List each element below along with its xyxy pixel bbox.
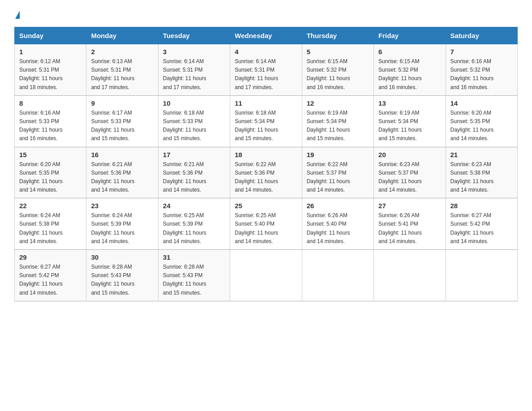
calendar-day-cell: 5Sunrise: 6:15 AMSunset: 5:32 PMDaylight… (302, 44, 373, 96)
day-of-week-header: Sunday (15, 27, 86, 44)
calendar-day-cell: 22Sunrise: 6:24 AMSunset: 5:38 PMDayligh… (15, 198, 86, 250)
calendar-day-cell: 23Sunrise: 6:24 AMSunset: 5:39 PMDayligh… (86, 198, 158, 250)
calendar-day-cell: 30Sunrise: 6:28 AMSunset: 5:43 PMDayligh… (86, 250, 158, 301)
day-number: 28 (450, 202, 513, 210)
day-of-week-header: Friday (374, 27, 446, 44)
calendar-header-row: SundayMondayTuesdayWednesdayThursdayFrid… (15, 27, 518, 44)
day-sun-info: Sunrise: 6:26 AMSunset: 5:40 PMDaylight:… (307, 211, 369, 246)
day-of-week-header: Saturday (446, 27, 517, 44)
calendar-day-cell: 14Sunrise: 6:20 AMSunset: 5:35 PMDayligh… (446, 95, 517, 147)
day-sun-info: Sunrise: 6:25 AMSunset: 5:39 PMDaylight:… (163, 211, 225, 246)
day-number: 3 (163, 48, 225, 56)
calendar-week-row: 22Sunrise: 6:24 AMSunset: 5:38 PMDayligh… (15, 198, 518, 250)
day-sun-info: Sunrise: 6:24 AMSunset: 5:39 PMDaylight:… (91, 211, 153, 246)
day-sun-info: Sunrise: 6:23 AMSunset: 5:38 PMDaylight:… (450, 160, 513, 195)
calendar-day-cell: 29Sunrise: 6:27 AMSunset: 5:42 PMDayligh… (15, 250, 86, 301)
day-sun-info: Sunrise: 6:18 AMSunset: 5:34 PMDaylight:… (235, 109, 297, 143)
day-sun-info: Sunrise: 6:14 AMSunset: 5:31 PMDaylight:… (235, 57, 297, 92)
day-sun-info: Sunrise: 6:26 AMSunset: 5:41 PMDaylight:… (378, 211, 441, 246)
day-number: 8 (19, 99, 82, 107)
day-sun-info: Sunrise: 6:20 AMSunset: 5:35 PMDaylight:… (450, 109, 513, 143)
day-number: 7 (450, 48, 513, 56)
day-number: 21 (450, 151, 513, 158)
calendar-day-cell: 4Sunrise: 6:14 AMSunset: 5:31 PMDaylight… (230, 44, 302, 96)
day-number: 6 (378, 48, 441, 56)
calendar-week-row: 15Sunrise: 6:20 AMSunset: 5:35 PMDayligh… (15, 147, 518, 198)
calendar-week-row: 1Sunrise: 6:12 AMSunset: 5:31 PMDaylight… (15, 44, 518, 96)
day-sun-info: Sunrise: 6:19 AMSunset: 5:34 PMDaylight:… (378, 109, 441, 143)
day-sun-info: Sunrise: 6:27 AMSunset: 5:42 PMDaylight:… (450, 211, 513, 246)
calendar-day-cell: 8Sunrise: 6:16 AMSunset: 5:33 PMDaylight… (15, 95, 86, 147)
day-sun-info: Sunrise: 6:20 AMSunset: 5:35 PMDaylight:… (19, 160, 82, 195)
day-number: 2 (91, 48, 153, 56)
day-number: 30 (91, 253, 153, 261)
calendar-day-cell: 21Sunrise: 6:23 AMSunset: 5:38 PMDayligh… (446, 147, 517, 198)
calendar-day-cell: 3Sunrise: 6:14 AMSunset: 5:31 PMDaylight… (158, 44, 230, 96)
day-sun-info: Sunrise: 6:15 AMSunset: 5:32 PMDaylight:… (307, 57, 369, 92)
day-number: 29 (19, 253, 82, 261)
day-number: 13 (378, 99, 441, 107)
logo-triangle-icon (15, 11, 20, 19)
calendar-week-row: 8Sunrise: 6:16 AMSunset: 5:33 PMDaylight… (15, 95, 518, 147)
day-number: 17 (163, 151, 225, 158)
day-number: 27 (378, 202, 441, 210)
day-of-week-header: Tuesday (158, 27, 230, 44)
calendar-day-cell: 10Sunrise: 6:18 AMSunset: 5:33 PMDayligh… (158, 95, 230, 147)
day-number: 22 (19, 202, 82, 210)
day-sun-info: Sunrise: 6:22 AMSunset: 5:36 PMDaylight:… (235, 160, 297, 195)
calendar-week-row: 29Sunrise: 6:27 AMSunset: 5:42 PMDayligh… (15, 250, 518, 301)
day-of-week-header: Monday (86, 27, 158, 44)
calendar-day-cell: 25Sunrise: 6:25 AMSunset: 5:40 PMDayligh… (230, 198, 302, 250)
day-number: 1 (19, 48, 82, 56)
calendar-day-cell: 17Sunrise: 6:21 AMSunset: 5:36 PMDayligh… (158, 147, 230, 198)
day-of-week-header: Wednesday (230, 27, 302, 44)
day-number: 9 (91, 99, 153, 107)
calendar-day-cell: 6Sunrise: 6:15 AMSunset: 5:32 PMDaylight… (374, 44, 446, 96)
calendar-day-cell: 18Sunrise: 6:22 AMSunset: 5:36 PMDayligh… (230, 147, 302, 198)
calendar-day-cell (374, 250, 446, 301)
calendar-day-cell (230, 250, 302, 301)
day-sun-info: Sunrise: 6:13 AMSunset: 5:31 PMDaylight:… (91, 57, 153, 92)
day-number: 26 (307, 202, 369, 210)
day-number: 5 (307, 48, 369, 56)
day-number: 20 (378, 151, 441, 158)
calendar-day-cell: 11Sunrise: 6:18 AMSunset: 5:34 PMDayligh… (230, 95, 302, 147)
calendar-day-cell: 16Sunrise: 6:21 AMSunset: 5:36 PMDayligh… (86, 147, 158, 198)
day-number: 4 (235, 48, 297, 56)
calendar-day-cell: 15Sunrise: 6:20 AMSunset: 5:35 PMDayligh… (15, 147, 86, 198)
day-number: 24 (163, 202, 225, 210)
day-sun-info: Sunrise: 6:17 AMSunset: 5:33 PMDaylight:… (91, 109, 153, 143)
day-sun-info: Sunrise: 6:23 AMSunset: 5:37 PMDaylight:… (378, 160, 441, 195)
calendar-day-cell: 20Sunrise: 6:23 AMSunset: 5:37 PMDayligh… (374, 147, 446, 198)
day-sun-info: Sunrise: 6:19 AMSunset: 5:34 PMDaylight:… (307, 109, 369, 143)
day-sun-info: Sunrise: 6:12 AMSunset: 5:31 PMDaylight:… (19, 57, 82, 92)
day-sun-info: Sunrise: 6:21 AMSunset: 5:36 PMDaylight:… (91, 160, 153, 195)
logo (14, 11, 21, 19)
day-sun-info: Sunrise: 6:27 AMSunset: 5:42 PMDaylight:… (19, 263, 82, 297)
day-number: 25 (235, 202, 297, 210)
calendar-day-cell: 9Sunrise: 6:17 AMSunset: 5:33 PMDaylight… (86, 95, 158, 147)
day-sun-info: Sunrise: 6:14 AMSunset: 5:31 PMDaylight:… (163, 57, 225, 92)
day-sun-info: Sunrise: 6:28 AMSunset: 5:43 PMDaylight:… (163, 263, 225, 297)
calendar-day-cell: 1Sunrise: 6:12 AMSunset: 5:31 PMDaylight… (15, 44, 86, 96)
day-sun-info: Sunrise: 6:16 AMSunset: 5:32 PMDaylight:… (450, 57, 513, 92)
calendar-table: SundayMondayTuesdayWednesdayThursdayFrid… (14, 27, 518, 301)
calendar-day-cell: 19Sunrise: 6:22 AMSunset: 5:37 PMDayligh… (302, 147, 373, 198)
page-header (14, 11, 518, 19)
day-number: 14 (450, 99, 513, 107)
day-sun-info: Sunrise: 6:25 AMSunset: 5:40 PMDaylight:… (235, 211, 297, 246)
day-number: 18 (235, 151, 297, 158)
day-sun-info: Sunrise: 6:28 AMSunset: 5:43 PMDaylight:… (91, 263, 153, 297)
calendar-day-cell (446, 250, 517, 301)
day-sun-info: Sunrise: 6:21 AMSunset: 5:36 PMDaylight:… (163, 160, 225, 195)
calendar-day-cell: 31Sunrise: 6:28 AMSunset: 5:43 PMDayligh… (158, 250, 230, 301)
day-of-week-header: Thursday (302, 27, 373, 44)
calendar-day-cell: 27Sunrise: 6:26 AMSunset: 5:41 PMDayligh… (374, 198, 446, 250)
calendar-day-cell: 24Sunrise: 6:25 AMSunset: 5:39 PMDayligh… (158, 198, 230, 250)
calendar-day-cell: 26Sunrise: 6:26 AMSunset: 5:40 PMDayligh… (302, 198, 373, 250)
calendar-day-cell: 13Sunrise: 6:19 AMSunset: 5:34 PMDayligh… (374, 95, 446, 147)
day-sun-info: Sunrise: 6:24 AMSunset: 5:38 PMDaylight:… (19, 211, 82, 246)
calendar-day-cell: 2Sunrise: 6:13 AMSunset: 5:31 PMDaylight… (86, 44, 158, 96)
day-number: 23 (91, 202, 153, 210)
calendar-day-cell: 12Sunrise: 6:19 AMSunset: 5:34 PMDayligh… (302, 95, 373, 147)
